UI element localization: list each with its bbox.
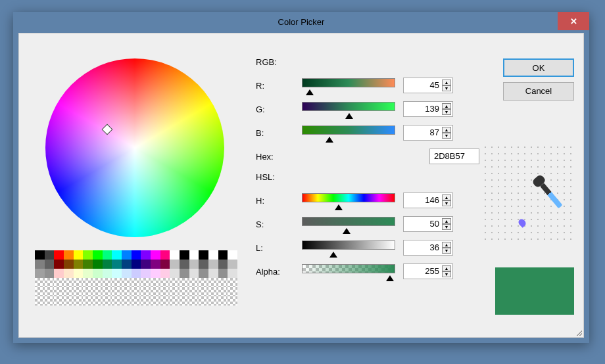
swatch-cell[interactable] <box>35 269 45 278</box>
swatch-cell[interactable] <box>45 269 55 278</box>
spinner-up-icon[interactable]: ▲ <box>442 103 451 109</box>
spinner-up-icon[interactable]: ▲ <box>442 194 451 200</box>
swatch-cell[interactable] <box>35 250 45 260</box>
swatch-cell[interactable] <box>180 287 189 296</box>
swatch-cell[interactable] <box>199 250 208 260</box>
swatch-cell[interactable] <box>93 260 103 269</box>
swatch-cell[interactable] <box>160 296 170 306</box>
swatch-cell[interactable] <box>141 250 151 260</box>
titlebar[interactable]: Color Picker ✕ <box>13 12 589 33</box>
spinner-down-icon[interactable]: ▼ <box>442 248 451 254</box>
swatch-cell[interactable] <box>170 269 180 278</box>
spinner-down-icon[interactable]: ▼ <box>442 133 451 139</box>
swatch-cell[interactable] <box>45 250 55 260</box>
resize-grip-icon[interactable] <box>573 327 582 336</box>
swatch-cell[interactable] <box>151 269 160 278</box>
swatch-cell[interactable] <box>132 260 141 269</box>
swatch-cell[interactable] <box>218 296 228 306</box>
g-spinner[interactable]: ▲▼ <box>442 103 451 115</box>
swatch-cell[interactable] <box>151 260 160 269</box>
swatch-palette[interactable] <box>35 250 237 306</box>
swatch-cell[interactable] <box>170 260 180 269</box>
swatch-cell[interactable] <box>74 269 84 278</box>
swatch-cell[interactable] <box>54 260 64 269</box>
swatch-cell[interactable] <box>103 287 112 296</box>
swatch-cell[interactable] <box>93 287 103 296</box>
swatch-cell[interactable] <box>180 260 189 269</box>
alpha-slider[interactable] <box>302 264 395 279</box>
swatch-cell[interactable] <box>218 269 228 278</box>
swatch-cell[interactable] <box>122 278 132 287</box>
swatch-cell[interactable] <box>93 278 103 287</box>
swatch-cell[interactable] <box>103 269 112 278</box>
swatch-cell[interactable] <box>151 278 160 287</box>
swatch-cell[interactable] <box>132 250 141 260</box>
swatch-cell[interactable] <box>180 296 189 306</box>
r-input[interactable]: 45 ▲▼ <box>403 78 453 93</box>
slider-thumb-icon[interactable] <box>335 204 343 210</box>
b-slider[interactable] <box>302 125 395 140</box>
spinner-down-icon[interactable]: ▼ <box>442 109 451 115</box>
alpha-spinner[interactable]: ▲▼ <box>442 265 451 277</box>
swatch-cell[interactable] <box>54 287 64 296</box>
g-input[interactable]: 139 ▲▼ <box>403 101 453 117</box>
swatch-cell[interactable] <box>199 278 208 287</box>
swatch-cell[interactable] <box>54 269 64 278</box>
slider-thumb-icon[interactable] <box>386 275 394 281</box>
swatch-cell[interactable] <box>132 287 141 296</box>
swatch-cell[interactable] <box>64 269 74 278</box>
swatch-cell[interactable] <box>54 278 64 287</box>
swatch-cell[interactable] <box>189 269 199 278</box>
swatch-cell[interactable] <box>160 287 170 296</box>
slider-thumb-icon[interactable] <box>345 113 353 119</box>
swatch-cell[interactable] <box>208 287 218 296</box>
spinner-down-icon[interactable]: ▼ <box>442 224 451 230</box>
h-spinner[interactable]: ▲▼ <box>442 194 451 206</box>
swatch-cell[interactable] <box>228 260 237 269</box>
swatch-cell[interactable] <box>218 250 228 260</box>
swatch-cell[interactable] <box>112 296 122 306</box>
spinner-up-icon[interactable]: ▲ <box>442 218 451 224</box>
swatch-cell[interactable] <box>189 278 199 287</box>
swatch-cell[interactable] <box>180 269 189 278</box>
hex-input[interactable]: 2D8B57 <box>429 148 479 164</box>
swatch-cell[interactable] <box>228 250 237 260</box>
l-input[interactable]: 36 ▲▼ <box>403 240 453 256</box>
swatch-cell[interactable] <box>112 260 122 269</box>
swatch-cell[interactable] <box>199 260 208 269</box>
swatch-cell[interactable] <box>141 260 151 269</box>
swatch-cell[interactable] <box>141 287 151 296</box>
swatch-cell[interactable] <box>64 260 74 269</box>
swatch-cell[interactable] <box>189 250 199 260</box>
h-slider[interactable] <box>302 193 395 208</box>
swatch-cell[interactable] <box>74 287 84 296</box>
l-slider[interactable] <box>302 240 395 255</box>
r-slider[interactable] <box>302 78 395 93</box>
swatch-cell[interactable] <box>160 250 170 260</box>
swatch-cell[interactable] <box>83 250 93 260</box>
swatch-cell[interactable] <box>64 250 74 260</box>
swatch-cell[interactable] <box>199 287 208 296</box>
slider-thumb-icon[interactable] <box>329 252 337 258</box>
h-input[interactable]: 146 ▲▼ <box>403 193 453 208</box>
swatch-cell[interactable] <box>45 278 55 287</box>
swatch-cell[interactable] <box>180 250 189 260</box>
swatch-cell[interactable] <box>112 269 122 278</box>
swatch-cell[interactable] <box>74 296 84 306</box>
swatch-cell[interactable] <box>199 296 208 306</box>
swatch-cell[interactable] <box>189 287 199 296</box>
swatch-cell[interactable] <box>112 287 122 296</box>
swatch-cell[interactable] <box>218 287 228 296</box>
cancel-button[interactable]: Cancel <box>503 82 574 101</box>
slider-thumb-icon[interactable] <box>306 89 314 95</box>
ok-button[interactable]: OK <box>503 58 574 77</box>
swatch-cell[interactable] <box>132 296 141 306</box>
swatch-cell[interactable] <box>151 287 160 296</box>
swatch-cell[interactable] <box>208 250 218 260</box>
swatch-cell[interactable] <box>54 296 64 306</box>
swatch-cell[interactable] <box>64 287 74 296</box>
swatch-cell[interactable] <box>35 296 45 306</box>
spinner-down-icon[interactable]: ▼ <box>442 85 451 91</box>
swatch-cell[interactable] <box>35 278 45 287</box>
swatch-cell[interactable] <box>74 278 84 287</box>
